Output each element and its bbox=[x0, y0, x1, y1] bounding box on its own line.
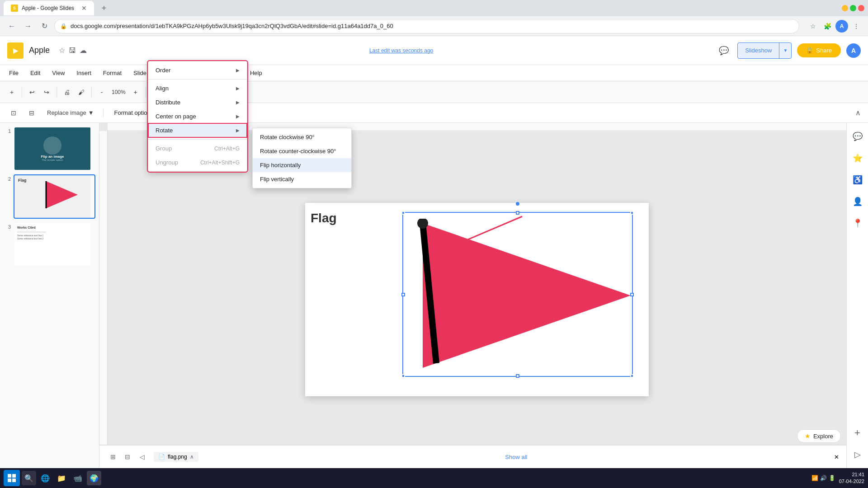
slide-thumb-3[interactable]: 3 Works Cited ────────────────── Some re… bbox=[4, 222, 95, 267]
resize-handle-tl[interactable] bbox=[401, 211, 405, 215]
zoom-out-button[interactable]: - bbox=[95, 86, 108, 99]
flip-vertically[interactable]: Flip vertically bbox=[253, 172, 351, 186]
grid-view-button[interactable]: ⊞ bbox=[107, 450, 119, 463]
menu-distribute[interactable]: Distribute ▶ bbox=[148, 95, 247, 109]
comment-button[interactable]: 💬 bbox=[716, 42, 732, 59]
sidebar-search-icon[interactable]: ⭐ bbox=[849, 150, 866, 166]
user-avatar[interactable]: A bbox=[846, 43, 861, 58]
menu-help[interactable]: Help bbox=[245, 67, 268, 80]
taskbar-files-icon[interactable]: 📁 bbox=[54, 471, 69, 485]
address-bar[interactable]: 🔒 docs.google.com/presentation/d/1ebTKA9… bbox=[54, 19, 799, 33]
resize-handle-tm[interactable] bbox=[516, 211, 519, 215]
minimize-button[interactable] bbox=[842, 5, 848, 11]
start-button[interactable] bbox=[4, 470, 20, 486]
search-taskbar-button[interactable]: 🔍 bbox=[22, 471, 36, 485]
crop-tool[interactable]: ⊡ bbox=[7, 107, 20, 119]
system-icons: 📶 🔊 🔋 bbox=[811, 475, 835, 481]
profile-icon[interactable]: A bbox=[835, 20, 848, 33]
flip-horizontally[interactable]: Flip horizontally bbox=[253, 158, 351, 172]
menu-icon[interactable]: ⋮ bbox=[850, 20, 863, 33]
menu-align[interactable]: Align ▶ bbox=[148, 81, 247, 95]
slide-preview-3[interactable]: Works Cited ────────────────── Some refe… bbox=[14, 222, 95, 267]
present-main-button[interactable]: Slideshow bbox=[738, 43, 779, 58]
flag-title: Flag bbox=[311, 211, 337, 225]
show-all-button[interactable]: Show all bbox=[505, 454, 527, 460]
resize-handle-bm[interactable] bbox=[516, 374, 519, 378]
sidebar-maps-icon[interactable]: 📍 bbox=[849, 215, 866, 231]
undo-button[interactable]: ↩ bbox=[26, 86, 38, 99]
menu-edit[interactable]: Edit bbox=[25, 67, 46, 80]
star-icon[interactable]: ☆ bbox=[59, 46, 65, 55]
slide-image-1: Flip an image The simple option bbox=[14, 127, 90, 170]
zoom-in-button[interactable]: + bbox=[129, 86, 142, 99]
menu-rotate[interactable]: Rotate ▶ bbox=[148, 123, 247, 137]
rotate-ccw-90[interactable]: Rotate counter-clockwise 90° bbox=[253, 144, 351, 158]
browser-tab[interactable]: S Apple - Google Slides ✕ bbox=[4, 1, 94, 15]
mask-tool[interactable]: ⊟ bbox=[25, 107, 38, 119]
slide-canvas[interactable]: Flag bbox=[305, 203, 649, 396]
menu-ungroup: Ungroup Ctrl+Alt+Shift+G bbox=[148, 155, 247, 169]
slide-thumb-1[interactable]: 1 Flip an image The simple option bbox=[4, 127, 95, 171]
taskbar-edge-icon[interactable]: 🌐 bbox=[38, 471, 52, 485]
back-button[interactable]: ← bbox=[5, 20, 18, 33]
svg-rect-12 bbox=[12, 479, 16, 482]
sidebar-expand-icon[interactable]: ▷ bbox=[849, 446, 866, 463]
drive-icon[interactable]: 🖫 bbox=[69, 47, 76, 55]
rotate-handle[interactable] bbox=[516, 202, 519, 206]
menu-view[interactable]: View bbox=[47, 67, 70, 80]
sidebar-chat-icon[interactable]: 💬 bbox=[849, 128, 866, 145]
taskbar-chrome-icon[interactable]: 🌍 bbox=[87, 471, 101, 485]
add-button[interactable]: + bbox=[5, 86, 18, 99]
resize-handle-bl[interactable] bbox=[401, 374, 405, 378]
resize-handle-tr[interactable] bbox=[630, 211, 634, 215]
sidebar-add-button[interactable]: + bbox=[849, 425, 866, 441]
extensions-icon[interactable]: 🧩 bbox=[821, 20, 834, 33]
redo-button[interactable]: ↪ bbox=[40, 86, 53, 99]
list-view-button[interactable]: ⊟ bbox=[121, 450, 134, 463]
menu-order[interactable]: Order ▶ bbox=[148, 63, 247, 77]
menu-center-on-page[interactable]: Center on page ▶ bbox=[148, 109, 247, 123]
file-name: flag.png bbox=[168, 454, 187, 460]
close-button[interactable] bbox=[858, 5, 864, 11]
explore-button[interactable]: ★ Explore bbox=[797, 429, 841, 443]
collapse-strip-button[interactable]: ◁ bbox=[136, 450, 148, 463]
forward-button[interactable]: → bbox=[22, 20, 34, 33]
maximize-button[interactable] bbox=[850, 5, 856, 11]
present-dropdown-button[interactable]: ▼ bbox=[779, 43, 791, 58]
close-panel-icon[interactable]: ✕ bbox=[834, 454, 839, 460]
tab-close-icon[interactable]: ✕ bbox=[81, 5, 87, 12]
paint-format-button[interactable]: 🖌 bbox=[75, 86, 88, 99]
print-button[interactable]: 🖨 bbox=[61, 86, 73, 99]
window-controls bbox=[842, 5, 864, 11]
rotate-submenu: Rotate clockwise 90° Rotate counter-cloc… bbox=[252, 128, 352, 188]
menu-format[interactable]: Format bbox=[98, 67, 127, 80]
collapse-toolbar-button[interactable]: ∧ bbox=[855, 108, 861, 117]
new-tab-button[interactable]: + bbox=[98, 2, 110, 14]
sidebar-accessibility-icon[interactable]: ♿ bbox=[849, 172, 866, 188]
share-button[interactable]: 🔒 Share bbox=[797, 43, 841, 57]
cloud-icon[interactable]: ☁ bbox=[80, 46, 87, 55]
reload-button[interactable]: ↻ bbox=[38, 20, 51, 33]
menu-insert[interactable]: Insert bbox=[71, 67, 97, 80]
last-edit-text[interactable]: Last edit was seconds ago bbox=[369, 47, 433, 54]
browser-toolbar: ← → ↻ 🔒 docs.google.com/presentation/d/1… bbox=[0, 16, 868, 36]
resize-handle-ml[interactable] bbox=[401, 293, 405, 296]
slide-preview-2[interactable]: Flag bbox=[14, 174, 95, 219]
rotate-cw-90[interactable]: Rotate clockwise 90° bbox=[253, 130, 351, 144]
bookmark-icon[interactable]: ☆ bbox=[807, 20, 819, 33]
resize-handle-mr[interactable] bbox=[630, 293, 634, 296]
canvas-area[interactable]: Flag bbox=[99, 123, 846, 468]
browser-toolbar-icons: ☆ 🧩 A ⋮ bbox=[807, 20, 863, 33]
slide-thumb-2[interactable]: 2 Flag bbox=[4, 174, 95, 219]
file-close-icon[interactable]: ∧ bbox=[190, 454, 194, 460]
slide-num-1: 1 bbox=[4, 127, 11, 134]
slide-preview-1[interactable]: Flip an image The simple option bbox=[14, 127, 95, 171]
right-sidebar: 💬 ⭐ ♿ 👤 📍 + ▷ bbox=[846, 123, 868, 468]
clock-display[interactable]: 21:41 07-04-2022 bbox=[839, 471, 864, 485]
sidebar-user-icon[interactable]: 👤 bbox=[849, 193, 866, 210]
resize-handle-br[interactable] bbox=[630, 374, 634, 378]
align-arrow: ▶ bbox=[236, 86, 240, 91]
replace-image-button[interactable]: Replace image ▼ bbox=[43, 107, 98, 119]
menu-file[interactable]: File bbox=[4, 67, 24, 80]
taskbar-meet-icon[interactable]: 📹 bbox=[71, 471, 85, 485]
